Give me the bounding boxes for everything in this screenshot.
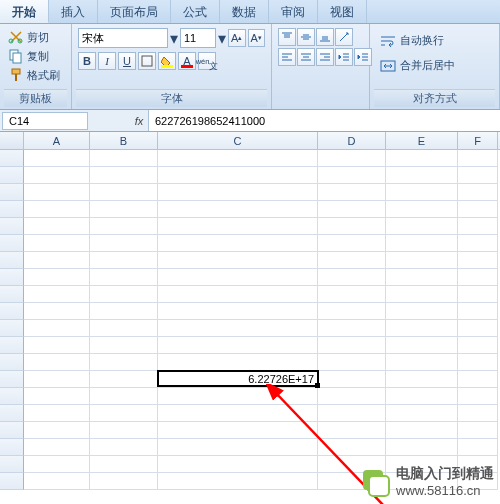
cell[interactable] (386, 422, 458, 439)
name-box[interactable]: C14 (2, 112, 88, 130)
fx-icon[interactable]: fx (130, 115, 148, 127)
cell[interactable] (24, 337, 90, 354)
cut-button[interactable]: 剪切 (6, 28, 65, 46)
cell[interactable] (158, 252, 318, 269)
row-header[interactable] (0, 473, 24, 490)
increase-font-button[interactable]: A▴ (228, 29, 246, 47)
row-header[interactable] (0, 269, 24, 286)
cell[interactable] (90, 252, 158, 269)
row-header[interactable] (0, 354, 24, 371)
cell[interactable] (458, 235, 498, 252)
tab-home[interactable]: 开始 (0, 0, 49, 23)
italic-button[interactable]: I (98, 52, 116, 70)
cell[interactable] (158, 303, 318, 320)
cell[interactable] (158, 456, 318, 473)
cell[interactable] (386, 405, 458, 422)
cell[interactable] (90, 269, 158, 286)
cell[interactable] (386, 354, 458, 371)
cell[interactable] (318, 235, 386, 252)
row-header[interactable] (0, 235, 24, 252)
cell[interactable] (24, 422, 90, 439)
row-header[interactable] (0, 150, 24, 167)
cell[interactable] (386, 184, 458, 201)
tab-formula[interactable]: 公式 (171, 0, 220, 23)
column-header[interactable]: F (458, 132, 498, 149)
row-header[interactable] (0, 286, 24, 303)
cell[interactable] (158, 218, 318, 235)
column-header[interactable]: A (24, 132, 90, 149)
cell[interactable] (90, 184, 158, 201)
cell[interactable] (24, 354, 90, 371)
cell[interactable] (24, 286, 90, 303)
cell[interactable] (24, 184, 90, 201)
cell[interactable] (158, 439, 318, 456)
cell[interactable] (318, 388, 386, 405)
row-header[interactable] (0, 422, 24, 439)
row-header[interactable] (0, 337, 24, 354)
cell[interactable] (318, 405, 386, 422)
cell[interactable] (24, 150, 90, 167)
cell[interactable] (158, 286, 318, 303)
column-header[interactable]: B (90, 132, 158, 149)
cell[interactable] (458, 320, 498, 337)
cell[interactable] (318, 354, 386, 371)
cell[interactable] (158, 388, 318, 405)
wrap-text-button[interactable]: 自动换行 (376, 30, 493, 51)
cell[interactable] (458, 422, 498, 439)
cell[interactable] (458, 371, 498, 388)
formula-input[interactable]: 622726198652411000 (148, 110, 500, 131)
row-header[interactable] (0, 218, 24, 235)
cell[interactable] (458, 337, 498, 354)
cell[interactable] (90, 201, 158, 218)
cell[interactable] (158, 167, 318, 184)
cell[interactable] (158, 269, 318, 286)
selected-cell[interactable]: 6.22726E+17 (157, 370, 319, 387)
cell[interactable] (24, 269, 90, 286)
cell[interactable] (386, 286, 458, 303)
cell[interactable] (90, 303, 158, 320)
cell[interactable] (458, 405, 498, 422)
cell[interactable] (318, 371, 386, 388)
cell[interactable] (458, 184, 498, 201)
cell[interactable] (458, 269, 498, 286)
cell[interactable] (386, 320, 458, 337)
cell[interactable] (158, 235, 318, 252)
column-header[interactable]: E (386, 132, 458, 149)
copy-button[interactable]: 复制 (6, 47, 65, 65)
cell[interactable] (90, 286, 158, 303)
cell[interactable] (24, 201, 90, 218)
cell[interactable] (458, 150, 498, 167)
cell[interactable] (90, 235, 158, 252)
row-header[interactable] (0, 303, 24, 320)
cell[interactable] (386, 269, 458, 286)
cell[interactable] (386, 303, 458, 320)
cell[interactable] (158, 201, 318, 218)
select-all-corner[interactable] (0, 132, 24, 149)
cell[interactable] (458, 388, 498, 405)
cell[interactable] (318, 150, 386, 167)
cell[interactable] (318, 439, 386, 456)
cell[interactable] (90, 167, 158, 184)
merge-center-button[interactable]: 合并后居中 (376, 55, 493, 76)
cell[interactable] (90, 354, 158, 371)
cell[interactable] (458, 252, 498, 269)
align-left-button[interactable] (278, 48, 296, 66)
cell[interactable] (24, 167, 90, 184)
row-header[interactable] (0, 252, 24, 269)
cell[interactable] (386, 235, 458, 252)
cell[interactable] (386, 439, 458, 456)
align-right-button[interactable] (316, 48, 334, 66)
cell[interactable] (386, 150, 458, 167)
cell[interactable] (90, 473, 158, 490)
cell[interactable] (158, 405, 318, 422)
align-middle-button[interactable] (297, 28, 315, 46)
cell[interactable] (318, 167, 386, 184)
cell[interactable] (458, 303, 498, 320)
cell[interactable] (318, 201, 386, 218)
cell[interactable] (458, 354, 498, 371)
cell[interactable] (458, 218, 498, 235)
orientation-button[interactable] (335, 28, 353, 46)
tab-view[interactable]: 视图 (318, 0, 367, 23)
cell[interactable] (90, 456, 158, 473)
cell[interactable] (158, 354, 318, 371)
